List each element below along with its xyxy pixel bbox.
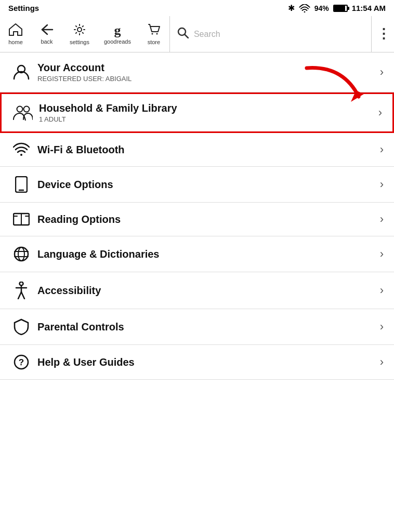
device-chevron: ›	[380, 178, 384, 191]
accessibility-chevron: ›	[380, 284, 384, 297]
settings-item-language[interactable]: Language & Dictionaries ›	[0, 236, 394, 272]
household-text: Household & Family Library 1 ADULT	[34, 102, 378, 123]
parental-icon	[10, 318, 32, 335]
battery-percentage: 94%	[314, 4, 329, 12]
nav-icons: home back settings g go	[0, 19, 169, 49]
accessibility-title: Accessibility	[37, 285, 380, 297]
svg-line-23	[21, 292, 24, 299]
settings-icon	[73, 23, 86, 38]
household-title: Household & Family Library	[39, 102, 378, 114]
settings-item-help[interactable]: ? Help & User Guides ›	[0, 345, 394, 380]
svg-point-10	[24, 107, 30, 112]
reading-chevron: ›	[380, 212, 384, 226]
nav-home-label: home	[8, 39, 23, 45]
svg-point-9	[17, 107, 23, 112]
nav-toolbar: home back settings g go	[0, 16, 394, 52]
language-chevron: ›	[380, 247, 384, 261]
svg-point-15	[15, 247, 28, 261]
svg-text:?: ?	[19, 357, 24, 367]
nav-goodreads-label: goodreads	[104, 38, 131, 45]
settings-item-your-account[interactable]: Your Account REGISTERED USER: ABIGAIL ›	[0, 52, 394, 92]
help-text: Help & User Guides	[32, 356, 380, 368]
svg-line-22	[18, 292, 21, 299]
help-icon: ?	[10, 354, 32, 370]
account-chevron: ›	[380, 65, 384, 79]
time-display: 11:54 AM	[352, 4, 386, 12]
nav-settings-label: settings	[70, 39, 89, 45]
settings-item-reading[interactable]: Reading Options ›	[0, 203, 394, 236]
reading-icon	[10, 212, 32, 227]
wifi-bluetooth-icon	[10, 142, 32, 157]
accessibility-text: Accessibility	[32, 285, 380, 297]
nav-store[interactable]: store	[138, 19, 169, 49]
account-title: Your Account	[37, 62, 380, 74]
language-icon	[10, 246, 32, 262]
settings-item-parental[interactable]: Parental Controls ›	[0, 309, 394, 345]
household-icon	[12, 105, 34, 121]
settings-item-device[interactable]: Device Options ›	[0, 167, 394, 203]
svg-marker-8	[351, 90, 364, 102]
search-icon	[177, 27, 189, 42]
svg-point-16	[18, 247, 24, 261]
search-placeholder: Search	[194, 30, 220, 39]
wifi-title: Wi-Fi & Bluetooth	[37, 144, 380, 156]
help-chevron: ›	[380, 355, 384, 369]
device-text: Device Options	[32, 179, 380, 191]
search-area[interactable]: Search	[169, 16, 371, 52]
svg-line-6	[185, 34, 188, 38]
nav-store-label: store	[148, 39, 160, 45]
accessibility-icon	[10, 282, 32, 299]
svg-point-3	[151, 33, 153, 34]
more-icon: ⋮	[377, 26, 389, 42]
svg-point-4	[156, 33, 157, 34]
reading-text: Reading Options	[32, 214, 380, 225]
home-icon	[9, 23, 22, 38]
wifi-text: Wi-Fi & Bluetooth	[32, 144, 380, 156]
wifi-icon	[299, 4, 310, 12]
nav-back[interactable]: back	[31, 20, 62, 49]
household-subtitle: 1 ADULT	[39, 115, 378, 123]
status-icons: ✱ 94% 11:54 AM	[288, 3, 386, 13]
settings-item-accessibility[interactable]: Accessibility ›	[0, 272, 394, 309]
language-title: Language & Dictionaries	[37, 248, 380, 260]
help-title: Help & User Guides	[37, 356, 380, 368]
battery-icon	[333, 5, 348, 12]
svg-point-0	[304, 11, 305, 12]
bluetooth-icon: ✱	[288, 3, 295, 13]
nav-back-label: back	[41, 38, 52, 45]
household-chevron: ›	[378, 106, 382, 119]
account-subtitle: REGISTERED USER: ABIGAIL	[37, 75, 380, 83]
account-icon	[10, 64, 32, 80]
parental-title: Parental Controls	[37, 321, 380, 333]
settings-list: Your Account REGISTERED USER: ABIGAIL ›	[0, 52, 394, 380]
goodreads-icon: g	[114, 24, 121, 37]
settings-item-wifi[interactable]: Wi-Fi & Bluetooth ›	[0, 133, 394, 167]
account-text: Your Account REGISTERED USER: ABIGAIL	[32, 62, 380, 83]
svg-point-11	[20, 154, 22, 156]
svg-point-2	[77, 28, 82, 32]
status-bar: Settings ✱ 94% 11:54 AM	[0, 0, 394, 16]
settings-item-household[interactable]: Household & Family Library 1 ADULT ›	[0, 92, 394, 133]
nav-goodreads[interactable]: g goodreads	[97, 20, 138, 49]
reading-title: Reading Options	[37, 214, 380, 225]
wifi-chevron: ›	[380, 143, 384, 156]
language-text: Language & Dictionaries	[32, 248, 380, 260]
nav-home[interactable]: home	[0, 19, 31, 49]
store-icon	[147, 23, 161, 38]
more-menu-button[interactable]: ⋮	[371, 16, 394, 52]
device-icon	[10, 176, 32, 193]
parental-text: Parental Controls	[32, 321, 380, 333]
device-title: Device Options	[37, 179, 380, 191]
back-icon	[40, 24, 54, 37]
parental-chevron: ›	[380, 320, 384, 334]
status-title: Settings	[8, 4, 39, 12]
nav-settings[interactable]: settings	[62, 19, 97, 49]
